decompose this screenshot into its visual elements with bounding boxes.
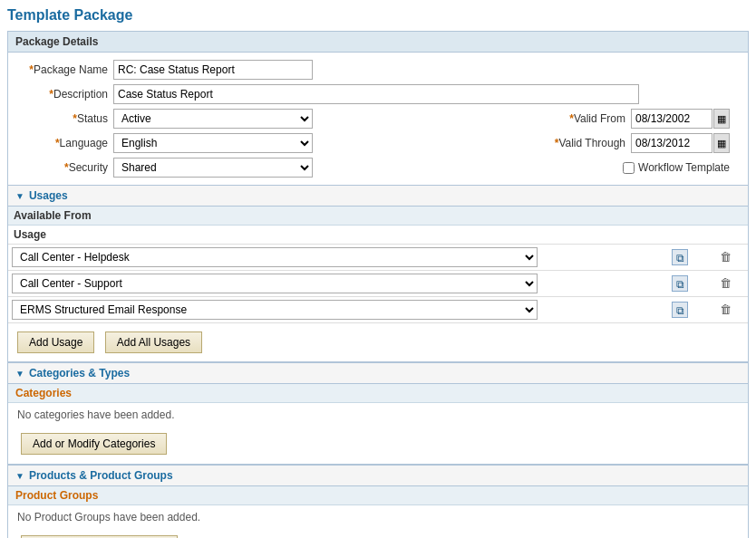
usage-column-label: Usage (8, 226, 657, 245)
usage-col-empty2 (703, 226, 748, 245)
usage-cell-3: ERMS Structured Email Response (8, 297, 657, 323)
package-name-label: *Package Name (17, 63, 108, 76)
workflow-template-label: Workflow Template (638, 161, 730, 174)
valid-through-label: *Valid Through (544, 137, 625, 149)
copy-icon-3 (672, 302, 688, 318)
products-sub-header: Product Groups (8, 486, 748, 505)
trash-icon-2: 🗑 (717, 275, 733, 292)
valid-through-row: *Valid Through ▦ (544, 133, 730, 153)
products-collapse-arrow: ▼ (15, 471, 24, 481)
add-modify-categories-button[interactable]: Add or Modify Categories (21, 433, 167, 455)
products-section-header[interactable]: ▼ Products & Product Groups (8, 465, 748, 486)
status-validfrom-row: *Status Active Inactive *Valid From ▦ (17, 109, 739, 129)
page-title: Template Package (7, 7, 749, 24)
language-row: *Language English Spanish French (17, 133, 313, 153)
trash-icon-3: 🗑 (717, 302, 733, 318)
usage-copy-btn-3[interactable] (670, 300, 690, 320)
security-label: *Security (17, 161, 108, 174)
copy-icon-1 (672, 249, 688, 265)
usages-collapse-arrow: ▼ (15, 191, 24, 201)
valid-through-input[interactable] (631, 133, 712, 153)
usage-delete-cell-3: 🗑 (703, 297, 748, 323)
usage-cell-2: Call Center - Support (8, 271, 657, 297)
status-select[interactable]: Active Inactive (113, 109, 313, 129)
description-row: *Description (17, 84, 739, 104)
categories-btn-row: Add or Modify Categories (8, 427, 748, 464)
panel-header: Package Details (8, 32, 748, 53)
valid-from-calendar-btn[interactable]: ▦ (713, 109, 730, 129)
categories-section: ▼ Categories & Types Categories No categ… (8, 362, 748, 465)
usages-col-header2 (703, 207, 748, 226)
package-name-input[interactable] (113, 60, 313, 80)
valid-from-input[interactable] (631, 109, 712, 129)
usages-section-header[interactable]: ▼ Usages (8, 185, 748, 207)
trash-icon-1: 🗑 (717, 249, 733, 265)
table-row: ERMS Structured Email Response 🗑 (8, 297, 748, 323)
products-section: ▼ Products & Product Groups Product Grou… (8, 465, 748, 538)
security-row: *Security Shared Private (17, 158, 313, 178)
table-row: Call Center - Helpdesk 🗑 (8, 245, 748, 271)
products-empty-text: No Product Groups have been added. (8, 505, 748, 529)
categories-collapse-arrow: ▼ (15, 369, 24, 379)
workflow-template-checkbox[interactable] (623, 162, 635, 174)
products-btn-row: Add/Modify Product Groups (8, 529, 748, 538)
usage-select-1[interactable]: Call Center - Helpdesk (12, 247, 538, 267)
main-panel: Package Details *Package Name *Descripti… (7, 31, 749, 538)
package-details-form: *Package Name *Description *Status Activ… (8, 53, 748, 185)
status-label: *Status (17, 112, 108, 125)
copy-icon-2 (672, 275, 688, 292)
table-row: Call Center - Support 🗑 (8, 271, 748, 297)
status-row: *Status Active Inactive (17, 109, 313, 129)
security-workflow-row: *Security Shared Private Workflow Templa… (17, 158, 739, 178)
language-label: *Language (17, 137, 108, 149)
package-name-row: *Package Name (17, 60, 739, 80)
categories-empty-text: No categories have been added. (8, 403, 748, 427)
valid-through-calendar-btn[interactable]: ▦ (713, 133, 730, 153)
usages-col-header (657, 207, 703, 226)
categories-sub-header: Categories (8, 384, 748, 403)
usage-delete-btn-2[interactable]: 🗑 (715, 274, 735, 293)
usage-col-empty1 (657, 226, 703, 245)
available-from-header: Available From (8, 207, 657, 226)
usage-delete-btn-1[interactable]: 🗑 (715, 247, 735, 267)
categories-section-header[interactable]: ▼ Categories & Types (8, 362, 748, 384)
description-input[interactable] (113, 84, 639, 104)
add-all-usages-button[interactable]: Add All Usages (105, 331, 202, 353)
valid-from-row: *Valid From ▦ (553, 109, 730, 129)
categories-section-label: Categories & Types (29, 367, 130, 379)
usages-section-label: Usages (29, 189, 68, 202)
usage-copy-btn-1[interactable] (670, 247, 690, 267)
description-label: *Description (17, 88, 108, 101)
usage-header-row: Usage (8, 226, 748, 245)
add-usage-button[interactable]: Add Usage (17, 331, 94, 353)
usage-delete-cell-2: 🗑 (703, 271, 748, 297)
usage-select-2[interactable]: Call Center - Support (12, 274, 538, 293)
usage-copy-cell-3 (657, 297, 703, 323)
usage-select-3[interactable]: ERMS Structured Email Response (12, 300, 538, 320)
security-select[interactable]: Shared Private (113, 158, 313, 178)
language-validthrough-row: *Language English Spanish French *Valid … (17, 133, 739, 153)
usage-buttons-row: Add Usage Add All Usages (8, 323, 748, 361)
valid-from-label: *Valid From (553, 112, 625, 125)
usage-delete-btn-3[interactable]: 🗑 (715, 300, 735, 320)
usage-copy-btn-2[interactable] (670, 274, 690, 293)
usage-copy-cell-1 (657, 245, 703, 271)
usage-copy-cell-2 (657, 271, 703, 297)
workflow-template-row: Workflow Template (623, 158, 730, 178)
language-select[interactable]: English Spanish French (113, 133, 313, 153)
usages-table: Available From Usage Call Cent (8, 207, 748, 323)
products-section-label: Products & Product Groups (29, 469, 173, 482)
usage-delete-cell-1: 🗑 (703, 245, 748, 271)
usages-section: ▼ Usages Available From Usage (8, 185, 748, 362)
usage-cell-1: Call Center - Helpdesk (8, 245, 657, 271)
